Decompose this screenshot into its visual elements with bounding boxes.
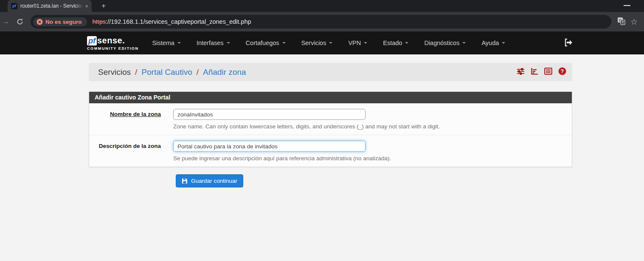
insecure-circle-x-icon — [37, 19, 43, 25]
svg-text:?: ? — [561, 68, 564, 74]
menu-cortafuegos[interactable]: Cortafuegos — [246, 40, 286, 46]
url-rest: ://192.168.1.1/services_captiveportal_zo… — [106, 18, 251, 25]
save-continue-button[interactable]: Guardar continuar — [176, 174, 243, 187]
zone-description-help: Se puede ingresar una descripción aquí p… — [173, 155, 391, 162]
pfsense-navbar: pf sense. COMMUNITY EDITION Sistema Inte… — [0, 31, 644, 54]
sense-logo-text: sense. — [97, 36, 125, 45]
window-minimize-button[interactable] — [624, 5, 630, 6]
url-scheme-struck: https — [93, 18, 106, 25]
pfsense-logo[interactable]: pf sense. COMMUNITY EDITION — [87, 36, 139, 51]
breadcrumb-anadir-zona-link[interactable]: Añadir zona — [203, 68, 246, 77]
breadcrumb-separator: / — [135, 68, 137, 77]
related-settings-icon[interactable] — [517, 68, 525, 77]
chevron-down-icon — [227, 42, 230, 44]
menu-label: Diagnósticos — [424, 40, 459, 46]
chevron-down-icon — [405, 42, 408, 44]
chevron-down-icon — [364, 42, 367, 44]
security-badge[interactable]: No es seguro — [33, 17, 87, 26]
pfsense-favicon-icon: pf — [11, 3, 17, 9]
menu-label: Ayuda — [481, 40, 499, 46]
menu-label: Sistema — [152, 40, 174, 46]
menu-label: Estado — [383, 40, 402, 46]
breadcrumb-separator: / — [197, 68, 199, 77]
status-chart-icon[interactable] — [531, 68, 538, 77]
form-row-zone-name: Nombre de la zona Zone name. Can only co… — [89, 103, 572, 135]
chevron-down-icon — [177, 42, 181, 44]
chevron-down-icon — [502, 42, 505, 44]
main-menu: Sistema Interfases Cortafuegos Servicios… — [152, 40, 506, 46]
zone-name-label: Nombre de la zona — [89, 109, 161, 130]
reload-icon[interactable] — [16, 18, 24, 26]
form-panel: Añadir cautivo Zona Portal Nombre de la … — [89, 91, 572, 167]
menu-interfases[interactable]: Interfases — [197, 40, 230, 46]
menu-vpn[interactable]: VPN — [348, 40, 367, 46]
new-tab-button[interactable]: + — [98, 1, 109, 11]
breadcrumb-servicios: Servicios — [98, 68, 131, 77]
forward-icon[interactable]: → — [2, 17, 10, 26]
breadcrumb-portal-cautivo-link[interactable]: Portal Cautivo — [141, 68, 192, 77]
menu-ayuda[interactable]: Ayuda — [481, 40, 505, 46]
chevron-down-icon — [329, 42, 332, 44]
zone-name-input[interactable] — [173, 109, 366, 120]
save-continue-label: Guardar continuar — [191, 178, 237, 184]
security-badge-label: No es seguro — [45, 19, 82, 25]
browser-toolbar: → No es seguro https://192.168.1.1/servi… — [0, 12, 644, 31]
browser-tab[interactable]: pf router01.zeta.lan - Servicios: Po × — [8, 0, 92, 12]
save-floppy-icon — [182, 178, 188, 184]
translate-icon[interactable]: G — [617, 17, 625, 27]
logout-icon[interactable] — [564, 38, 573, 48]
panel-title: Añadir cautivo Zona Portal — [89, 92, 572, 103]
browser-tabstrip: pf router01.zeta.lan - Servicios: Po × + — [0, 0, 644, 12]
help-icon[interactable]: ? — [558, 67, 566, 77]
menu-label: Cortafuegos — [246, 40, 279, 46]
breadcrumb: Servicios / Portal Cautivo / Añadir zona — [89, 63, 572, 81]
zone-description-input[interactable] — [173, 141, 366, 152]
menu-label: VPN — [348, 40, 361, 46]
chevron-down-icon — [462, 42, 466, 44]
menu-sistema[interactable]: Sistema — [152, 40, 181, 46]
bookmark-star-icon[interactable]: ☆ — [630, 18, 638, 26]
menu-label: Interfases — [197, 40, 224, 46]
menu-estado[interactable]: Estado — [383, 40, 408, 46]
community-edition-tagline: COMMUNITY EDITION — [87, 46, 139, 51]
url-text: https://192.168.1.1/services_captiveport… — [93, 18, 251, 25]
pf-logo-box: pf — [87, 36, 97, 45]
chevron-down-icon — [282, 42, 286, 44]
zone-description-label: Descripción de la zona — [89, 141, 161, 162]
log-icon[interactable] — [544, 68, 552, 77]
tab-title: router01.zeta.lan - Servicios: Po — [20, 3, 83, 9]
address-bar[interactable]: No es seguro https://192.168.1.1/service… — [31, 15, 611, 28]
menu-servicios[interactable]: Servicios — [301, 40, 333, 46]
zone-name-help: Zone name. Can only contain lowercase le… — [173, 123, 440, 130]
tab-close-icon[interactable]: × — [85, 3, 88, 9]
form-row-zone-description: Descripción de la zona Se puede ingresar… — [89, 135, 572, 167]
menu-label: Servicios — [301, 40, 326, 46]
menu-diagnosticos[interactable]: Diagnósticos — [424, 40, 466, 46]
page-content: Servicios / Portal Cautivo / Añadir zona — [0, 54, 644, 187]
